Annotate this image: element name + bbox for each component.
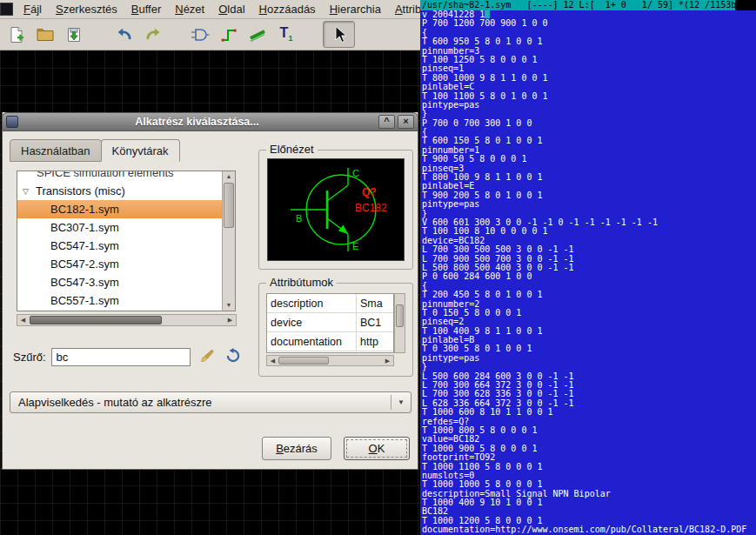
scroll-left-icon[interactable]: ◀ [17,315,29,325]
attribute-name: device [267,313,357,331]
tree-vscrollbar[interactable]: ▲ ▼ [222,171,235,311]
component-tree: SPICE simulation elements ▽Transistors (… [17,171,236,311]
attributes-frame: Attribútumok description Sma device BC1 … [258,283,413,377]
filter-input[interactable] [51,348,191,366]
tree-item-bc547-1[interactable]: BC547-1.sym [17,237,222,255]
menu-file[interactable]: Fájl [17,0,49,18]
dialog-icon [6,116,18,128]
open-folder-icon [36,26,55,43]
terminal-line: pinnumber=1 [422,146,754,155]
tree-item-bc547-3[interactable]: BC547-3.sym [17,273,222,291]
open-file-button[interactable] [33,23,57,47]
close-button[interactable]: × [398,115,414,129]
menu-edit[interactable]: Szerkesztés [49,0,124,18]
tree-item-bc307[interactable]: BC307-1.sym [17,218,222,237]
attribute-row[interactable]: description Sma [267,294,393,313]
tree-hscrollbar[interactable]: ◀ ▶ [17,314,237,326]
tree-hscroll-thumb[interactable] [30,316,162,324]
attribute-row[interactable]: device BC1 [267,313,393,332]
terminal-line: T 1000 1000 5 8 0 0 0 1 [422,480,754,489]
add-component-button[interactable] [188,23,212,47]
svg-text:C: C [352,168,359,178]
tab-libraries[interactable]: Könyvtárak [101,139,180,162]
scroll-up-icon[interactable]: ▲ [223,171,235,182]
tree-item-label: BC182-1.sym [50,203,119,216]
svg-text:B: B [296,213,302,224]
add-net-button[interactable] [217,23,241,47]
terminal-line: pinlabel=B [422,336,754,344]
attributes-vscrollbar[interactable] [394,293,405,353]
terminal-line: L 628 336 664 372 3 0 0 -1 -1 [422,399,754,408]
new-file-icon [8,26,25,43]
attributes-hscroll-thumb[interactable] [278,357,329,364]
attributes-vscroll-thumb[interactable] [396,304,404,327]
terminal-line: L 700 300 500 500 3 0 0 -1 -1 [422,245,754,254]
attribute-name: documentation [267,332,357,351]
window-menu-icon[interactable] [0,3,13,16]
menu-add[interactable]: Hozzáadás [252,0,323,18]
tab-in-use[interactable]: Használatban [10,139,102,162]
tree-category-spice[interactable]: SPICE simulation elements [17,171,222,182]
scroll-right-icon[interactable]: ▶ [224,315,236,325]
menu-page[interactable]: Oldal [211,0,251,18]
behavior-combobox[interactable]: Alapviselkedés - mutató az alkatrészre ▼ [10,391,411,413]
refresh-button[interactable] [224,347,243,366]
tree-category-transistors[interactable]: ▽Transistors (misc) [17,182,222,200]
tree-item-label: BC547-3.sym [50,276,119,289]
terminal-line: numslots=0 [422,471,754,480]
tree-item-bc547-2[interactable]: BC547-2.sym [17,255,222,273]
menu-hierarchy[interactable]: Hierarchia [323,0,388,18]
behavior-combobox-value: Alapviselkedés - mutató az alkatrészre [10,396,391,409]
attributes-table: description Sma device BC1 documentation… [266,293,394,353]
redo-button[interactable] [141,23,165,47]
menu-attributes[interactable]: Attribútumok [388,0,420,18]
new-file-button[interactable] [4,23,29,47]
attribute-row[interactable]: documentation http [267,332,393,351]
terminal-statusbar: /usr/sha~82-1.sym [----] 12 L:[ 1+ 0 1/ … [420,0,735,10]
attributes-hscrollbar[interactable]: ◀ ▶ [266,355,394,366]
add-text-button[interactable]: T1 [274,23,298,47]
undo-button[interactable] [112,23,137,47]
tree-item-bc182[interactable]: BC182-1.sym [17,200,222,218]
terminal-line: T 900 50 5 8 0 0 0 1 [422,155,754,164]
tree-item-bc557[interactable]: BC557-1.sym [17,291,222,310]
svg-text:BC182: BC182 [355,202,387,214]
menubar: Fájl Szerkesztés Buffer Nézet Oldal Hozz… [0,0,420,19]
tree-item-label: SPICE simulation elements [37,171,174,179]
close-dialog-button[interactable]: Bezárás [262,437,331,460]
select-tool-button[interactable] [323,21,355,48]
terminal-line: pintype=pas [422,200,754,209]
terminal-line: { [422,29,754,37]
menu-view[interactable]: Nézet [168,0,211,18]
dialog-titlebar[interactable]: Alkatrész kiválasztása... ^ × [2,112,418,131]
scroll-left-icon[interactable]: ◀ [267,356,278,366]
scroll-down-icon[interactable]: ▼ [223,300,235,311]
tree-item-label: BC557-1.sym [50,294,119,307]
terminal-statusbar-cap [735,0,756,10]
symbol-preview: C B E Q? BC182 [267,158,405,261]
attribute-value: Sma [357,294,393,312]
mcedit-terminal: /usr/sha~82-1.sym [----] 12 L:[ 1+ 0 1/ … [420,0,756,535]
terminal-line: P 700 0 700 300 1 0 0 [422,119,754,128]
close-button-label: Bezárás [276,442,318,455]
add-bus-button[interactable] [245,23,270,47]
terminal-line: T 100 100 8 10 0 0 0 0 1 [422,227,754,236]
tree-item-label: BC547-1.sym [50,239,119,252]
transistor-symbol-drawing: C B E Q? BC182 [268,159,404,260]
expander-icon[interactable]: ▽ [23,183,36,200]
gschem-window: Fájl Szerkesztés Buffer Nézet Oldal Hozz… [0,0,420,535]
scroll-right-icon[interactable]: ▶ [382,356,393,366]
tree-vscroll-thumb[interactable] [224,183,234,228]
menu-buffer[interactable]: Buffer [124,0,168,18]
clear-filter-button[interactable] [197,347,217,366]
redo-icon [144,26,162,43]
terminal-line: BC182 [422,507,754,516]
tabs: Használatban Könyvtárak [10,139,179,162]
ok-button[interactable]: OK [344,437,410,460]
terminal-text-area[interactable]: v 20041228 1P 700 1200 700 900 1 0 0{T 6… [422,10,754,535]
terminal-line: L 500 800 500 400 3 0 0 -1 -1 [422,264,754,272]
maximize-button[interactable]: ^ [378,115,395,129]
terminal-line: T 100 1100 5 8 0 1 0 0 1 [422,92,754,101]
tree-item-label: BC547-2.sym [50,257,119,271]
save-button[interactable] [62,23,86,47]
